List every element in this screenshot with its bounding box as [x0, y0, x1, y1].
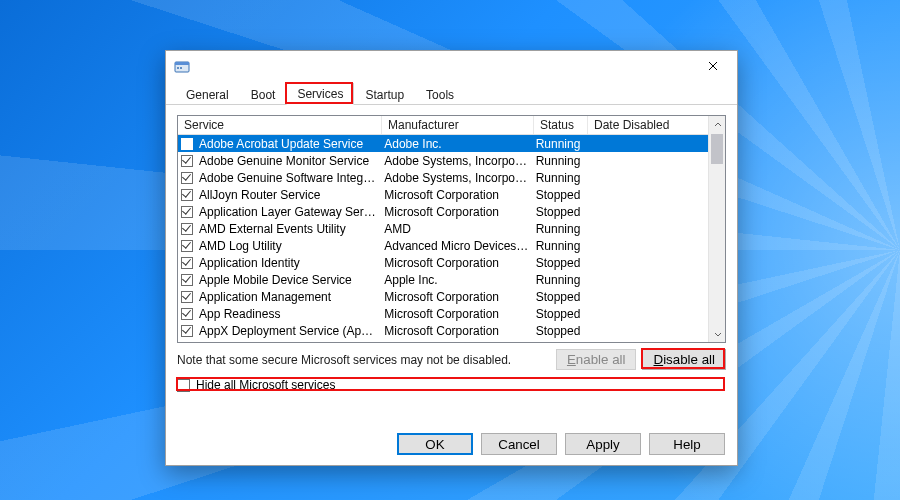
colheader-date[interactable]: Date Disabled [588, 116, 710, 134]
cell-status: Stopped [533, 256, 587, 270]
tab-startup[interactable]: Startup [354, 84, 415, 105]
cell-status: Stopped [533, 307, 587, 321]
table-row[interactable]: Adobe Genuine Monitor ServiceAdobe Syste… [178, 152, 708, 169]
cell-manufacturer: AMD [381, 222, 532, 236]
table-row[interactable]: Application IdentityMicrosoft Corporatio… [178, 254, 708, 271]
cell-service: App Readiness [196, 307, 381, 321]
service-checkbox[interactable] [181, 223, 193, 235]
service-checkbox[interactable] [181, 308, 193, 320]
cell-status: Stopped [533, 188, 587, 202]
cell-manufacturer: Microsoft Corporation [381, 188, 532, 202]
help-button[interactable]: Help [649, 433, 725, 455]
table-row[interactable]: Application ManagementMicrosoft Corporat… [178, 288, 708, 305]
disable-all-button[interactable]: Disable all [642, 349, 726, 370]
scroll-thumb[interactable] [711, 134, 723, 164]
titlebar [166, 51, 737, 81]
scrollbar[interactable] [708, 116, 725, 342]
close-icon [708, 61, 718, 71]
svg-point-3 [180, 67, 182, 69]
hide-ms-label: Hide all Microsoft services [196, 378, 335, 392]
svg-rect-1 [175, 62, 189, 65]
svg-point-2 [177, 67, 179, 69]
cell-service: Adobe Genuine Monitor Service [196, 154, 381, 168]
cell-service: Application Management [196, 290, 381, 304]
cell-service: AMD External Events Utility [196, 222, 381, 236]
scroll-track[interactable] [709, 133, 725, 325]
colheader-manufacturer[interactable]: Manufacturer [382, 116, 534, 134]
cell-status: Stopped [533, 205, 587, 219]
table-row[interactable]: Adobe Genuine Software Integri...Adobe S… [178, 169, 708, 186]
note-text: Note that some secure Microsoft services… [177, 353, 550, 367]
cell-service: Apple Mobile Device Service [196, 273, 381, 287]
cell-manufacturer: Microsoft Corporation [381, 324, 532, 338]
service-checkbox[interactable] [181, 274, 193, 286]
hide-ms-checkbox[interactable] [177, 379, 190, 392]
msconfig-dialog: GeneralBootServicesStartupTools ServiceM… [165, 50, 738, 466]
cell-manufacturer: Microsoft Corporation [381, 307, 532, 321]
ok-button[interactable]: OK [397, 433, 473, 455]
service-checkbox[interactable] [181, 189, 193, 201]
cell-service: Application Identity [196, 256, 381, 270]
list-headers[interactable]: ServiceManufacturerStatusDate Disabled [178, 116, 725, 135]
cell-status: Running [533, 222, 587, 236]
cell-status: Stopped [533, 324, 587, 338]
service-checkbox[interactable] [181, 206, 193, 218]
scroll-down-icon[interactable] [709, 325, 726, 342]
cell-status: Running [533, 239, 587, 253]
cell-manufacturer: Adobe Systems, Incorpora... [381, 171, 532, 185]
tab-general[interactable]: General [175, 84, 240, 105]
tab-services[interactable]: Services [286, 83, 354, 105]
list-body[interactable]: Adobe Acrobat Update ServiceAdobe Inc.Ru… [178, 135, 708, 342]
dialog-buttons: OK Cancel Apply Help [389, 433, 725, 455]
msconfig-icon [174, 58, 190, 74]
cell-status: Stopped [533, 290, 587, 304]
service-checkbox[interactable] [181, 257, 193, 269]
tab-bar: GeneralBootServicesStartupTools [166, 83, 737, 105]
cell-manufacturer: Apple Inc. [381, 273, 532, 287]
tab-tools[interactable]: Tools [415, 84, 465, 105]
enable-all-button: Enable all [556, 349, 637, 370]
table-row[interactable]: AppX Deployment Service (AppX...Microsof… [178, 322, 708, 339]
tab-content: ServiceManufacturerStatusDate Disabled A… [166, 105, 737, 392]
cell-manufacturer: Adobe Systems, Incorpora... [381, 154, 532, 168]
scroll-up-icon[interactable] [709, 116, 726, 133]
hide-ms-row[interactable]: Hide all Microsoft services [177, 378, 726, 392]
tab-boot[interactable]: Boot [240, 84, 287, 105]
cell-service: AMD Log Utility [196, 239, 381, 253]
service-checkbox[interactable] [181, 325, 193, 337]
colheader-service[interactable]: Service [178, 116, 382, 134]
cell-status: Running [533, 273, 587, 287]
colheader-status[interactable]: Status [534, 116, 588, 134]
cell-service: Adobe Acrobat Update Service [196, 137, 381, 151]
service-checkbox[interactable] [181, 155, 193, 167]
service-checkbox[interactable] [181, 291, 193, 303]
cell-manufacturer: Advanced Micro Devices, I... [381, 239, 532, 253]
table-row[interactable]: Adobe Acrobat Update ServiceAdobe Inc.Ru… [178, 135, 708, 152]
table-row[interactable]: AMD Log UtilityAdvanced Micro Devices, I… [178, 237, 708, 254]
cell-service: AppX Deployment Service (AppX... [196, 324, 381, 338]
cell-status: Running [533, 171, 587, 185]
cell-service: Application Layer Gateway Service [196, 205, 381, 219]
cell-service: Adobe Genuine Software Integri... [196, 171, 381, 185]
table-row[interactable]: Application Layer Gateway ServiceMicroso… [178, 203, 708, 220]
cell-manufacturer: Microsoft Corporation [381, 290, 532, 304]
cell-status: Running [533, 137, 587, 151]
service-checkbox[interactable] [181, 172, 193, 184]
cell-service: AllJoyn Router Service [196, 188, 381, 202]
table-row[interactable]: AllJoyn Router ServiceMicrosoft Corporat… [178, 186, 708, 203]
cell-status: Running [533, 154, 587, 168]
services-list: ServiceManufacturerStatusDate Disabled A… [177, 115, 726, 343]
service-checkbox[interactable] [181, 138, 193, 150]
cell-manufacturer: Adobe Inc. [381, 137, 532, 151]
cell-manufacturer: Microsoft Corporation [381, 205, 532, 219]
table-row[interactable]: App ReadinessMicrosoft CorporationStoppe… [178, 305, 708, 322]
table-row[interactable]: Apple Mobile Device ServiceApple Inc.Run… [178, 271, 708, 288]
cancel-button[interactable]: Cancel [481, 433, 557, 455]
cell-manufacturer: Microsoft Corporation [381, 256, 532, 270]
table-row[interactable]: AMD External Events UtilityAMDRunning [178, 220, 708, 237]
service-checkbox[interactable] [181, 240, 193, 252]
apply-button[interactable]: Apply [565, 433, 641, 455]
close-button[interactable] [693, 53, 733, 79]
